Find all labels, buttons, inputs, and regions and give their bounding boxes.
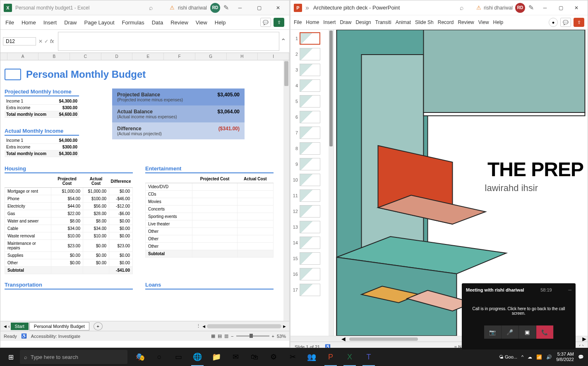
zoom-slider[interactable] <box>236 335 269 337</box>
col-F[interactable]: F <box>164 53 195 60</box>
clock[interactable]: 5:37 AM 9/8/2022 <box>556 352 574 362</box>
ppt-avatar[interactable]: RD <box>515 3 525 13</box>
zoom-level[interactable]: 53% <box>277 334 286 339</box>
titlebar-search-icon[interactable]: ⌕ <box>149 4 153 12</box>
tab-nav-first[interactable]: ◄ <box>3 324 7 329</box>
col-A[interactable]: A <box>7 53 39 60</box>
ribbon-home[interactable]: Home <box>22 19 36 26</box>
hscroll-left[interactable]: ◄ <box>202 324 206 329</box>
ribbon-review[interactable]: Review <box>170 19 188 26</box>
table-row[interactable]: Live theater <box>146 220 274 228</box>
tab-nav-prev[interactable]: ‹ <box>8 324 10 329</box>
table-row[interactable]: Movies <box>146 198 274 206</box>
table-row[interactable]: Gas$22.00$28.00-$6.00 <box>5 210 133 218</box>
ribbon-pagelayout[interactable]: Page Layout <box>84 19 115 26</box>
table-row[interactable]: Concerts <box>146 206 274 213</box>
ribbon-transitions[interactable]: Transiti <box>375 19 391 25</box>
table-row[interactable]: Mortgage or rent$1,000.00$1,000.00$0.00 <box>5 188 133 195</box>
table-row[interactable]: Video/DVD <box>146 183 274 191</box>
ribbon-design[interactable]: Design <box>355 19 371 25</box>
ribbon-draw[interactable]: Draw <box>340 19 351 25</box>
slide-thumb[interactable]: 3 <box>292 64 332 76</box>
teams-icon[interactable]: 👥 <box>302 348 321 366</box>
mail-icon[interactable]: ✉ <box>226 348 245 366</box>
sheet-vscroll[interactable] <box>283 60 289 321</box>
share-button[interactable]: ⇧ <box>574 18 584 27</box>
ribbon-record[interactable]: Record <box>438 19 454 25</box>
balance-row[interactable]: Difference(Actual minus projected)($341.… <box>112 122 245 139</box>
table-row[interactable]: Water and sewer$8.00$8.00$0.00 <box>5 218 133 225</box>
sheet-hscroll[interactable] <box>207 324 281 328</box>
add-sheet-button[interactable]: + <box>94 322 103 330</box>
record-button[interactable]: ● <box>549 18 558 27</box>
table-row[interactable]: Other <box>146 235 274 243</box>
cortana-icon[interactable]: ○ <box>150 348 169 366</box>
table-row[interactable]: Phone$54.00$100.00-$46.00 <box>5 195 133 203</box>
slide-thumb[interactable]: 4 <box>292 79 332 92</box>
weather-widget[interactable]: 🌤 Goo... <box>499 354 517 359</box>
excel-avatar[interactable]: RD <box>210 3 220 13</box>
col-H[interactable]: H <box>227 53 258 60</box>
slide-thumb[interactable]: 5 <box>292 95 332 108</box>
slide-panel[interactable]: 1234567891011121314151617 <box>290 30 334 336</box>
balance-row[interactable]: Actual Balance(Actual income minus expen… <box>112 105 245 122</box>
col-I[interactable]: I <box>258 53 289 60</box>
name-box[interactable] <box>3 37 36 45</box>
maximize-button[interactable]: ▢ <box>251 2 267 14</box>
mic-button[interactable]: 🎤 <box>502 325 519 339</box>
panel-vscroll[interactable] <box>329 30 334 336</box>
settings-icon[interactable]: ⚙ <box>264 348 283 366</box>
ribbon-insert[interactable]: Insert <box>43 19 57 26</box>
table-row[interactable]: Cable$34.00$34.00$0.00 <box>5 225 133 232</box>
slide-thumb[interactable]: 8 <box>292 142 332 155</box>
table-row[interactable]: Sporting events <box>146 213 274 220</box>
slide-thumb[interactable]: 2 <box>292 48 332 60</box>
news-widget-icon[interactable]: 🎭 <box>131 348 150 366</box>
table-row[interactable]: Maintenance or repairs$23.00$0.00$23.00 <box>5 240 133 252</box>
ribbon-help[interactable]: Help <box>493 19 504 25</box>
store-icon[interactable]: 🛍 <box>245 348 264 366</box>
hscroll-right[interactable]: ► <box>282 324 287 329</box>
ribbon-animations[interactable]: Animat <box>396 19 411 25</box>
tab-split[interactable]: ⋮ <box>196 323 201 329</box>
table-row[interactable]: Waste removal$10.00$10.00$0.00 <box>5 232 133 240</box>
sheet-tab-start[interactable]: Start <box>11 323 29 330</box>
share-screen-button[interactable]: ▣ <box>519 325 536 339</box>
col-D[interactable]: D <box>101 53 133 60</box>
zoom-in-icon[interactable]: + <box>272 334 274 339</box>
comments-button[interactable]: 💬 <box>260 18 271 27</box>
ribbon-view[interactable]: View <box>196 19 207 26</box>
view-normal-icon[interactable]: ▦ <box>211 333 215 339</box>
slide-thumb[interactable]: 14 <box>292 237 332 249</box>
slide-thumb[interactable]: 12 <box>292 205 332 218</box>
cancel-formula-icon[interactable]: ✕ <box>38 38 43 44</box>
close-button[interactable]: ✕ <box>569 2 584 14</box>
slide-thumb[interactable]: 11 <box>292 189 332 202</box>
income-row[interactable]: Extra income$300.00 <box>5 144 79 151</box>
fx-icon[interactable]: fx <box>50 38 54 44</box>
ribbon-slideshow[interactable]: Slide Sh <box>415 19 434 25</box>
ribbon-data[interactable]: Data <box>152 19 163 26</box>
income-row[interactable]: Income 1$4,000.00 <box>5 137 79 144</box>
taskview-icon[interactable]: ▭ <box>169 348 188 366</box>
ribbon-view[interactable]: View <box>478 19 489 25</box>
ppt-search-icon[interactable]: ⌕ <box>460 4 464 12</box>
pen-icon[interactable]: ✎ <box>528 4 534 12</box>
sheet-tab-budget[interactable]: Personal Monthly Budget <box>29 322 89 330</box>
select-all-corner[interactable] <box>0 53 7 60</box>
slide-thumb[interactable]: 1 <box>292 32 332 45</box>
slide-thumb[interactable]: 13 <box>292 221 332 233</box>
subtotal-row[interactable]: Subtotal-$41.00 <box>5 267 133 274</box>
table-row[interactable]: Electricity$44.00$56.00-$12.00 <box>5 203 133 210</box>
slide-thumb[interactable]: 17 <box>292 284 332 296</box>
notification-icon[interactable]: 💬 <box>578 354 584 360</box>
ribbon-formulas[interactable]: Formulas <box>122 19 144 26</box>
income-row[interactable]: Extra income$300.00 <box>5 105 79 111</box>
minimize-button[interactable]: ─ <box>537 2 553 14</box>
sheet-area[interactable]: Personal Monthly Budget Projected Monthl… <box>0 60 289 321</box>
formula-input[interactable] <box>58 32 279 51</box>
col-E[interactable]: E <box>132 53 164 60</box>
ribbon-file[interactable]: File <box>5 19 14 26</box>
table-row[interactable]: Supplies$0.00$0.00$0.00 <box>5 252 133 259</box>
slide-thumb[interactable]: 15 <box>292 252 332 265</box>
